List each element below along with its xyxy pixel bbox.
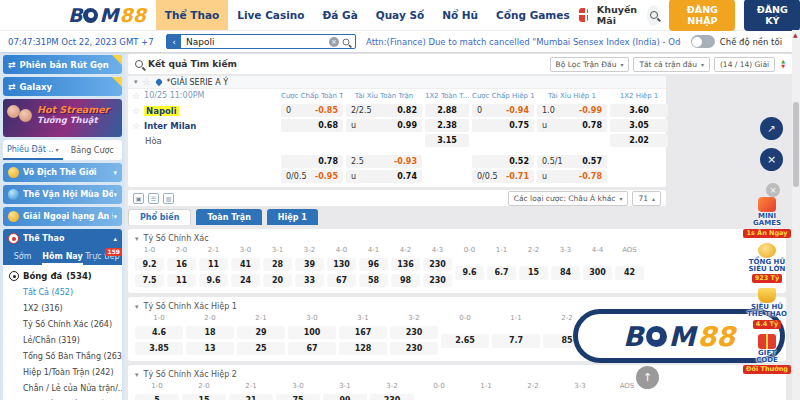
score-odds-cell[interactable]: 25 xyxy=(237,342,285,355)
score-odds-cell[interactable]: 58 xyxy=(359,274,388,287)
time-tab[interactable]: Hôm Nay xyxy=(42,248,82,265)
bet-types-dropdown[interactable]: Các loại cược: Châu Á khác▾ xyxy=(508,191,629,206)
odds-cell[interactable]: 0.5/10.57 xyxy=(537,155,607,168)
score-odds-cell[interactable]: 3.85 xyxy=(135,342,183,355)
section-header[interactable]: ▾Tỷ Số Chính Xác xyxy=(135,232,779,245)
score-odds-cell[interactable]: 67 xyxy=(327,274,356,287)
score-odds-cell[interactable]: 15 xyxy=(182,394,226,400)
odds-cell[interactable]: 0.52 xyxy=(472,155,534,168)
score-odds-cell[interactable]: 230 xyxy=(423,258,452,271)
score-odds-cell[interactable]: 39 xyxy=(295,258,324,271)
market-item[interactable]: Hiệp 1/Toàn Trận (242) xyxy=(3,364,122,380)
score-odds-cell[interactable]: 4.6 xyxy=(135,326,183,339)
odds-cell[interactable]: 0.78 xyxy=(281,155,343,168)
score-odds-cell[interactable]: 7.7 xyxy=(492,334,540,348)
score-odds-cell[interactable]: 5 xyxy=(135,394,179,400)
nav-tab[interactable]: Cổng Games xyxy=(487,0,579,30)
odds-cell[interactable]: 0.75 xyxy=(472,119,534,132)
score-odds-cell[interactable]: 230 xyxy=(390,326,438,339)
score-odds-cell[interactable]: 300 xyxy=(583,266,612,280)
section-header[interactable]: ▾Tỷ Số Chính Xác Hiệp 2 xyxy=(135,368,779,381)
page-scrollbar[interactable]: ▲ xyxy=(792,30,800,400)
league-header-row[interactable]: ▾ ☆ *GIẢI SERIE A Ý xyxy=(128,76,666,89)
market-tab[interactable]: Toàn Trận xyxy=(196,209,261,225)
score-odds-cell[interactable]: 230 xyxy=(390,342,438,355)
expand-arrow-button[interactable]: ↗ xyxy=(760,117,783,140)
odds-cell[interactable]: u0.99 xyxy=(346,119,422,132)
star-icon[interactable]: ☆ xyxy=(132,91,140,101)
promo-card[interactable]: GIFTCODEĐổi Thưởng xyxy=(743,334,791,375)
score-odds-cell[interactable]: 230 xyxy=(423,274,452,287)
sidebar-league-item[interactable]: Thể Vận Hội Mùa Đông▾ xyxy=(3,185,122,204)
odds-cell[interactable]: 0-0.85 xyxy=(281,104,343,117)
bet-count-box[interactable]: 71▴ xyxy=(632,191,661,206)
stats-view-icon[interactable]: ▥ xyxy=(163,193,174,204)
score-odds-cell[interactable]: 9.6 xyxy=(199,274,228,287)
nav-tab[interactable]: Live Casino xyxy=(228,0,313,30)
scrollbar-thumb[interactable] xyxy=(793,102,799,187)
odds-cell[interactable]: 2.88 xyxy=(425,104,469,117)
score-odds-cell[interactable]: 67 xyxy=(288,342,336,355)
close-widget-button[interactable]: × xyxy=(760,148,783,171)
hot-streamer-banner[interactable]: Hot Streamer Tưởng Thuật xyxy=(3,99,122,137)
score-odds-cell[interactable]: 7.5 xyxy=(135,274,164,287)
market-item[interactable]: Tỷ Số Chính Xác (264) xyxy=(3,316,122,332)
star-icon[interactable]: ☆ xyxy=(143,77,151,87)
promo-card[interactable]: TỔNG HŨSIÊU LỚN923 Tỷ xyxy=(749,243,786,284)
scroll-to-top-button[interactable]: ↑ xyxy=(636,366,659,389)
odds-cell[interactable]: 3.60 xyxy=(610,104,668,117)
dismiss-icon[interactable]: × xyxy=(766,183,780,197)
scrollbar-up-arrow[interactable]: ▲ xyxy=(793,31,798,38)
market-tab[interactable]: Phổ biến xyxy=(128,209,191,225)
clear-search-icon[interactable]: × xyxy=(329,37,339,47)
login-button[interactable]: ĐĂNG NHẬP xyxy=(669,0,735,31)
score-odds-cell[interactable]: 11 xyxy=(199,258,228,271)
odds-cell[interactable]: u0.74 xyxy=(346,170,422,183)
market-item[interactable]: Chẵn / Lẻ của Nửa trận/... (231) xyxy=(3,380,122,396)
score-odds-cell[interactable]: 15 xyxy=(519,266,548,280)
compact-version-banner[interactable]: ⇄ Phiên bản Rút Gọn xyxy=(3,55,122,74)
promo-card[interactable]: SIÊU HŨTHỂ THAO4.4 Tỷ xyxy=(747,288,787,329)
sidebar-league-item[interactable]: Giải Ngoại hạng Ấn Độ▾ xyxy=(3,207,122,226)
brand-logo[interactable]: B M 88 xyxy=(68,4,146,26)
sidebar-league-item[interactable]: Vô Địch Thế Giới▾ xyxy=(3,163,122,182)
nav-tab[interactable]: Nổ Hũ xyxy=(433,0,487,30)
odds-cell[interactable]: 2/2.50.82 xyxy=(346,104,422,117)
score-odds-cell[interactable]: 18 xyxy=(186,326,234,339)
odds-cell[interactable]: 0.68 xyxy=(281,119,343,132)
market-item[interactable]: Tất Cả (452) xyxy=(3,284,122,300)
score-odds-cell[interactable]: 136 xyxy=(391,258,420,271)
odds-cell[interactable]: 3.15 xyxy=(425,134,469,147)
odds-cell[interactable]: 0-0.94 xyxy=(472,104,534,117)
star-icon[interactable]: ☆ xyxy=(132,121,140,131)
odds-cell[interactable]: u0.78 xyxy=(537,119,607,132)
score-odds-cell[interactable]: 20 xyxy=(263,274,292,287)
odds-cell[interactable]: 2.38 xyxy=(425,119,469,132)
score-odds-cell[interactable]: 2.65 xyxy=(441,334,489,348)
score-odds-cell[interactable]: 75 xyxy=(276,394,320,400)
sidebar-league-item[interactable]: Thể Thao▴ xyxy=(3,229,122,248)
header-search-button[interactable] xyxy=(647,5,661,26)
score-odds-cell[interactable]: 98 xyxy=(391,274,420,287)
score-odds-cell[interactable]: 130 xyxy=(327,258,356,271)
time-tab[interactable]: Trực tiếp159 xyxy=(83,248,122,265)
sport-header-football[interactable]: Bóng đá (534) xyxy=(3,268,122,284)
list-view-icon[interactable]: ☰ xyxy=(148,193,159,204)
odds-cell[interactable]: 2.02 xyxy=(610,134,668,147)
dark-mode-toggle[interactable] xyxy=(691,35,715,48)
odds-cell[interactable]: u-0.78 xyxy=(537,170,607,183)
market-item[interactable]: Tổng Số Bàn Thắng (263) xyxy=(3,348,122,364)
all-matches-dropdown[interactable]: Tất cả trận đấu▾ xyxy=(633,57,710,72)
search-icon[interactable] xyxy=(343,38,350,45)
score-odds-cell[interactable]: 42 xyxy=(615,266,644,280)
odds-cell[interactable]: 3.05 xyxy=(610,119,668,132)
galaxy-banner[interactable]: ⇄ Galaxy xyxy=(3,77,122,96)
score-odds-cell[interactable]: 99 xyxy=(323,394,367,400)
score-odds-cell[interactable]: 9.6 xyxy=(455,266,484,280)
odds-cell[interactable]: 0/0.5-0.71 xyxy=(472,170,534,183)
score-odds-cell[interactable]: 11 xyxy=(167,274,196,287)
score-odds-cell[interactable]: 128 xyxy=(339,342,387,355)
score-odds-cell[interactable]: 230 xyxy=(370,394,414,400)
score-odds-cell[interactable]: 21 xyxy=(229,394,273,400)
score-odds-cell[interactable]: 100 xyxy=(288,326,336,339)
